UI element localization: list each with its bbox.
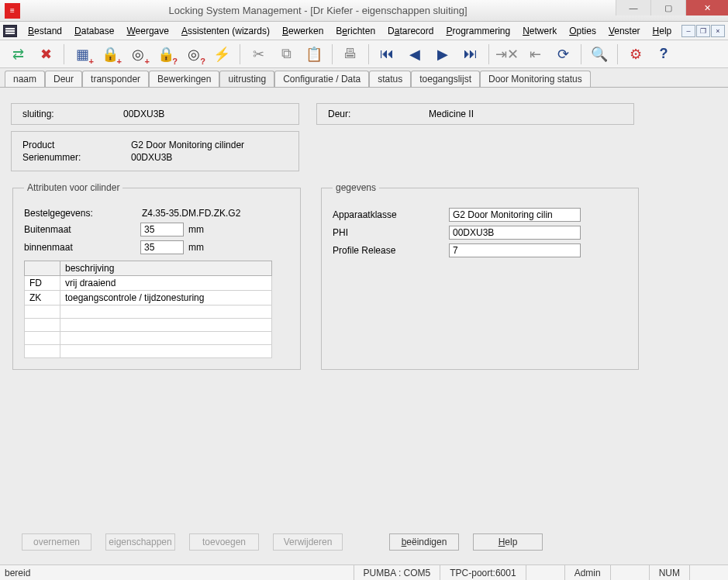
toevoegen-button[interactable]: toevoegen — [189, 533, 259, 551]
tb-remove-icon[interactable]: ⇥✕ — [494, 43, 520, 66]
menu-weergave[interactable]: Weergave — [120, 23, 174, 39]
table-row[interactable]: ZK toegangscontrole / tijdzonesturing — [25, 291, 272, 306]
toolbar: ⇄ ✖ ▦+ 🔒+ ◎+ 🔒? ◎? ⚡ ✂ ⧉ 📋 🖶 ⏮ ◀ ▶ ⏭ ⇥✕ … — [0, 40, 728, 68]
tb-first-icon[interactable]: ⏮ — [374, 43, 400, 66]
phi-value — [449, 226, 581, 240]
window-title: Locking System Management - [Dr Kiefer -… — [20, 5, 616, 16]
table-row[interactable]: FD vrij draaiend — [25, 276, 272, 291]
tb-next-icon[interactable]: ▶ — [430, 43, 456, 66]
tb-login-icon[interactable]: ⇄ — [5, 43, 31, 66]
tb-new-transponder-icon[interactable]: ◎+ — [125, 43, 151, 66]
menu-help[interactable]: Help — [647, 23, 678, 39]
menu-netwerk[interactable]: Netwerk — [516, 23, 563, 39]
tb-refresh-icon[interactable]: ⟳ — [550, 43, 576, 66]
table-header-code — [25, 261, 60, 276]
deur-label: Deur: — [328, 109, 398, 119]
tb-help-icon[interactable]: ? — [650, 43, 677, 66]
status-pumba: PUMBA : COM5 — [354, 565, 440, 580]
table-header-desc: beschrijving — [60, 261, 272, 276]
buiten-unit: mm — [188, 224, 204, 235]
tb-insert-icon[interactable]: ⇤ — [522, 43, 548, 66]
status-num: NUM — [649, 565, 689, 580]
bestel-value: Z4.35-35.DM.FD.ZK.G2 — [140, 208, 240, 219]
status-text: bereid — [0, 565, 40, 580]
mdi-restore-button[interactable]: ❐ — [696, 25, 710, 37]
menu-opties[interactable]: Opties — [563, 23, 602, 39]
menu-assistenten[interactable]: Assistenten (wizards) — [175, 23, 276, 39]
menu-venster[interactable]: Venster — [602, 23, 647, 39]
tab-configuratie[interactable]: Configuratie / Data — [274, 71, 369, 87]
sluiting-label: sluiting: — [22, 109, 92, 119]
tb-transponder-help-icon[interactable]: ◎? — [181, 43, 207, 66]
tab-status[interactable]: status — [369, 71, 411, 87]
menubar: Bestand Database Weergave Assistenten (w… — [0, 22, 728, 40]
status-blank-2 — [610, 565, 649, 580]
binnen-input[interactable] — [140, 240, 184, 254]
tab-deur[interactable]: Deur — [45, 71, 82, 87]
tab-toegangslijst[interactable]: toegangslijst — [411, 71, 480, 87]
menu-icon — [3, 25, 17, 37]
tb-new-plan-icon[interactable]: ▦+ — [69, 43, 95, 66]
tab-door-monitoring-status[interactable]: Door Monitoring status — [480, 71, 591, 87]
data-legend: gegevens — [333, 182, 379, 193]
tab-transponder[interactable]: transponder — [82, 71, 149, 87]
status-blank-1 — [526, 565, 564, 580]
tb-copy-icon[interactable]: ⧉ — [273, 43, 299, 66]
tb-prev-icon[interactable]: ◀ — [402, 43, 428, 66]
sluiting-value: 00DXU3B — [123, 109, 164, 119]
mdi-close-button[interactable]: × — [711, 25, 725, 37]
product-value: G2 Door Monitoring cilinder — [131, 140, 244, 150]
tab-naam[interactable]: naam — [5, 71, 45, 87]
app-icon: ≡ — [5, 3, 20, 19]
deur-box: Deur: Medicine II — [316, 103, 634, 125]
cell-desc: toegangscontrole / tijdzonesturing — [60, 291, 272, 306]
verwijderen-button[interactable]: Verwijderen — [273, 533, 343, 551]
table-row — [25, 345, 272, 358]
eigenschappen-button[interactable]: eigenschappen — [105, 533, 175, 551]
tabbar: naam Deur transponder Bewerkingen uitrus… — [0, 68, 728, 87]
serial-value: 00DXU3B — [131, 152, 172, 163]
status-tpc: TPC-poort:6001 — [440, 565, 525, 580]
window-close-button[interactable]: ✕ — [685, 0, 728, 16]
tb-lock-help-icon[interactable]: 🔒? — [153, 43, 179, 66]
product-label: Product — [22, 140, 131, 150]
window-minimize-button[interactable]: — — [616, 0, 650, 16]
tb-paste-icon[interactable]: 📋 — [301, 43, 327, 66]
overnemen-button[interactable]: overnemen — [22, 533, 91, 551]
buiten-input[interactable] — [140, 223, 184, 236]
tb-print-icon[interactable]: 🖶 — [337, 43, 364, 66]
tab-uitrusting[interactable]: uitrusting — [219, 71, 274, 88]
menu-bestand[interactable]: Bestand — [22, 23, 68, 39]
sluiting-box: sluiting: 00DXU3B — [11, 103, 299, 125]
deur-value: Medicine II — [429, 109, 474, 119]
tab-bewerkingen[interactable]: Bewerkingen — [149, 71, 219, 87]
bestel-label: Bestelgegevens: — [24, 208, 140, 219]
table-row — [25, 306, 272, 319]
window-titlebar: ≡ Locking System Management - [Dr Kiefer… — [0, 0, 728, 22]
product-box: Product G2 Door Monitoring cilinder Seri… — [11, 131, 299, 171]
tb-settings-icon[interactable]: ⚙ — [623, 43, 649, 66]
tb-close-session-icon[interactable]: ✖ — [33, 43, 59, 66]
tb-program-icon[interactable]: ⚡ — [209, 43, 235, 66]
serial-label: Serienummer: — [22, 152, 131, 163]
help-button[interactable]: Help — [473, 533, 543, 551]
window-maximize-button[interactable]: ▢ — [650, 0, 685, 16]
mdi-minimize-button[interactable]: – — [681, 25, 695, 37]
menu-bewerken[interactable]: Bewerken — [276, 23, 329, 39]
app-label: Apparaatklasse — [333, 209, 449, 220]
attributes-panel: Attributen voor cilinder Bestelgegevens:… — [12, 182, 301, 370]
menu-berichten[interactable]: Berichten — [329, 23, 381, 39]
menu-programmering[interactable]: Programmering — [440, 23, 516, 39]
tb-last-icon[interactable]: ⏭ — [457, 43, 484, 66]
tb-cut-icon[interactable]: ✂ — [245, 43, 271, 66]
status-blank-3 — [689, 565, 728, 580]
tb-search-icon[interactable]: 🔍 — [586, 43, 612, 66]
status-admin: Admin — [564, 565, 610, 580]
cell-desc: vrij draaiend — [60, 276, 272, 291]
profile-label: Profile Release — [333, 245, 449, 256]
tb-new-lock-icon[interactable]: 🔒+ — [97, 43, 123, 66]
menu-database[interactable]: Database — [68, 23, 120, 39]
profile-value — [449, 243, 581, 257]
beeindigen-button[interactable]: beëindigen — [389, 533, 459, 551]
menu-datarecord[interactable]: Datarecord — [381, 23, 440, 39]
